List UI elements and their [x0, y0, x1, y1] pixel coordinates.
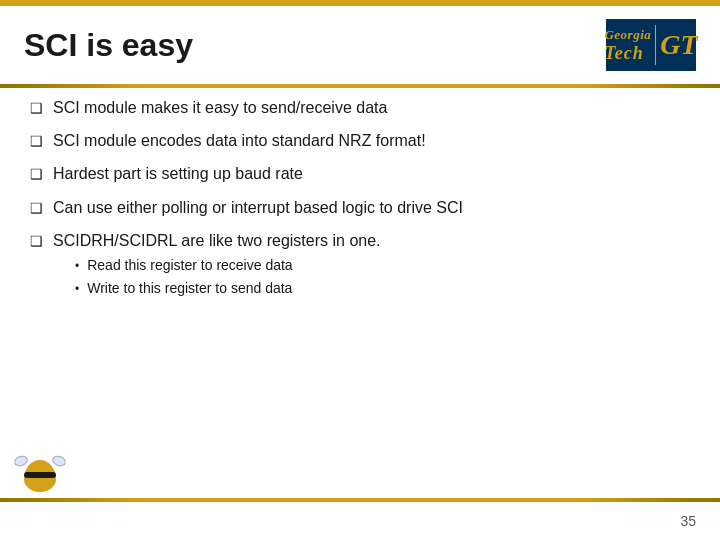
logo-tech: Tech — [604, 43, 651, 64]
logo-gt-abbr: GT — [660, 29, 697, 61]
bee-body — [24, 460, 56, 492]
logo-divider — [655, 25, 656, 65]
checkbox-icon-3: ❑ — [30, 164, 43, 184]
bullet-text-4: Can use either polling or interrupt base… — [53, 196, 690, 219]
sub-bullet-icon-1: • — [75, 258, 79, 275]
bullet-text-3: Hardest part is setting up baud rate — [53, 162, 690, 185]
sub-item-5-1: • Read this register to receive data — [75, 256, 690, 276]
checkbox-icon-2: ❑ — [30, 131, 43, 151]
bullet-list: ❑ SCI module makes it easy to send/recei… — [30, 96, 690, 301]
bullet-item-3: ❑ Hardest part is setting up baud rate — [30, 162, 690, 185]
bullet-text-1: SCI module makes it easy to send/receive… — [53, 96, 690, 119]
sub-text-1: Read this register to receive data — [87, 256, 292, 276]
content-area: ❑ SCI module makes it easy to send/recei… — [30, 96, 690, 490]
bee-stripe — [24, 472, 56, 478]
sub-text-2: Write to this register to send data — [87, 279, 292, 299]
sub-list-5: • Read this register to receive data • W… — [75, 256, 690, 298]
page-number: 35 — [680, 513, 696, 529]
checkbox-icon-4: ❑ — [30, 198, 43, 218]
bullet-item-2: ❑ SCI module encodes data into standard … — [30, 129, 690, 152]
logo-box: Georgia Tech GT — [606, 19, 696, 71]
checkbox-icon-5: ❑ — [30, 231, 43, 251]
logo-area: Georgia Tech GT — [606, 19, 696, 71]
bullet-item-5: ❑ SCIDRH/SCIDRL are like two registers i… — [30, 229, 690, 301]
bee-mascot — [18, 454, 62, 498]
bullet-text-2: SCI module encodes data into standard NR… — [53, 129, 690, 152]
sub-item-5-2: • Write to this register to send data — [75, 279, 690, 299]
bullet-item-4: ❑ Can use either polling or interrupt ba… — [30, 196, 690, 219]
header: SCI is easy Georgia Tech GT — [0, 6, 720, 84]
bottom-bar: 35 — [0, 502, 720, 540]
header-line — [0, 84, 720, 88]
sub-bullet-icon-2: • — [75, 281, 79, 298]
bullet-item-1: ❑ SCI module makes it easy to send/recei… — [30, 96, 690, 119]
checkbox-icon-1: ❑ — [30, 98, 43, 118]
bee-wing-left — [13, 454, 30, 468]
logo-georgia: Georgia — [604, 27, 651, 43]
slide-title: SCI is easy — [24, 27, 193, 64]
bullet-text-5: SCIDRH/SCIDRL are like two registers in … — [53, 229, 690, 301]
